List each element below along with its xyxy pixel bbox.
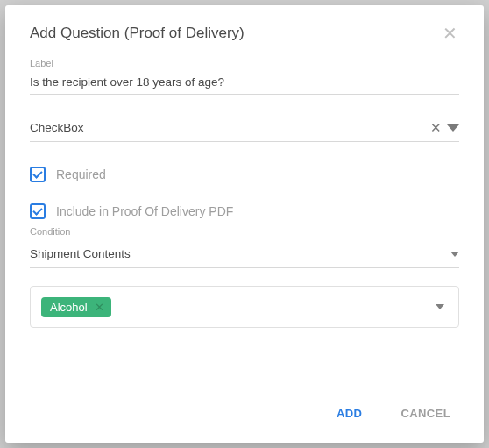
required-checkbox[interactable]: [30, 167, 46, 182]
required-label: Required: [56, 167, 106, 181]
question-type-value: CheckBox: [30, 121, 430, 134]
condition-tag-picker[interactable]: Alcohol ✕: [30, 286, 459, 328]
tag-label: Alcohol: [50, 301, 88, 314]
include-pdf-label: Include in Proof Of Delivery PDF: [56, 204, 233, 218]
condition-caption: Condition: [30, 226, 459, 237]
include-pdf-checkbox[interactable]: [30, 203, 46, 219]
question-type-select[interactable]: CheckBox ✕: [30, 114, 459, 142]
cancel-button[interactable]: CANCEL: [397, 402, 454, 425]
modal-footer: ADD CANCEL: [30, 386, 459, 425]
chevron-down-icon[interactable]: [447, 124, 459, 132]
clear-type-icon[interactable]: ✕: [430, 121, 442, 134]
modal-title: Add Question (Proof of Delivery): [30, 25, 244, 42]
label-field: Label: [30, 58, 459, 95]
add-button[interactable]: ADD: [333, 402, 365, 425]
check-icon: [32, 168, 42, 178]
label-input[interactable]: [30, 72, 459, 95]
required-row: Required: [30, 167, 459, 182]
condition-value: Shipment Contents: [30, 247, 450, 260]
chevron-down-icon[interactable]: [436, 304, 444, 309]
modal-header: Add Question (Proof of Delivery) ✕: [30, 25, 459, 42]
close-icon[interactable]: ✕: [441, 25, 459, 42]
add-question-modal: Add Question (Proof of Delivery) ✕ Label…: [5, 5, 484, 443]
condition-field: Condition Shipment Contents: [30, 226, 459, 268]
remove-tag-icon[interactable]: ✕: [95, 302, 104, 313]
condition-select[interactable]: Shipment Contents: [30, 240, 459, 268]
chevron-down-icon[interactable]: [450, 252, 459, 257]
include-pdf-row: Include in Proof Of Delivery PDF: [30, 203, 459, 219]
label-caption: Label: [30, 58, 459, 68]
tag-alcohol: Alcohol ✕: [41, 297, 111, 317]
check-icon: [32, 205, 42, 215]
